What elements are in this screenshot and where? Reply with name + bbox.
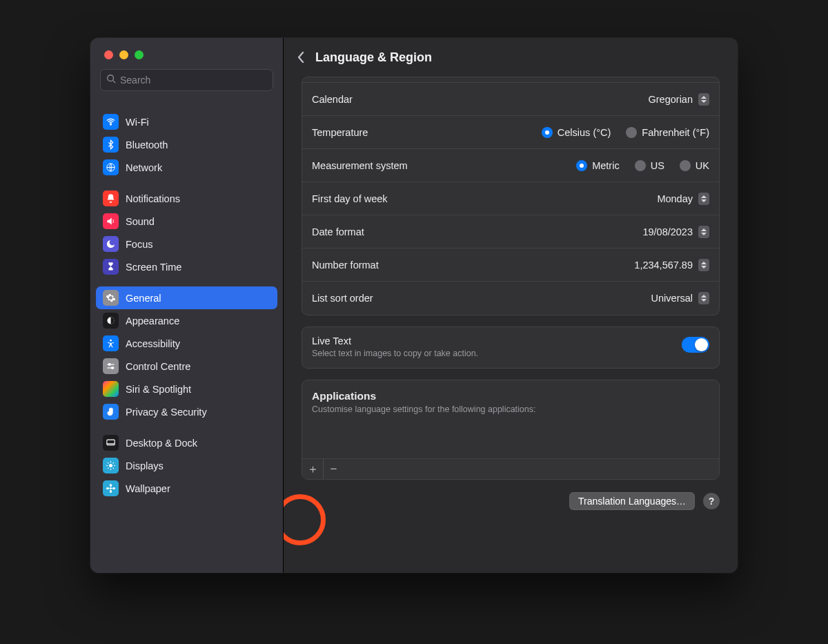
live-text-subtitle: Select text in images to copy or take ac… xyxy=(312,349,478,358)
applications-subtitle: Customise language settings for the foll… xyxy=(312,404,709,414)
svg-point-23 xyxy=(110,490,112,493)
svg-point-7 xyxy=(108,364,110,366)
sidebar-item-label: Siri & Spotlight xyxy=(126,384,191,395)
updown-icon xyxy=(698,226,709,238)
temperature-celsius-radio[interactable]: Celsius (°C) xyxy=(542,127,611,138)
svg-point-21 xyxy=(110,487,112,489)
first-day-label: First day of week xyxy=(312,193,388,204)
window-controls xyxy=(90,38,283,69)
sidebar-item-screen-time[interactable]: Screen Time xyxy=(96,255,277,278)
sidebar-item-wifi[interactable]: Wi-Fi xyxy=(96,110,277,133)
add-application-button[interactable]: ＋ xyxy=(302,459,323,480)
temperature-label: Temperature xyxy=(312,127,368,138)
live-text-toggle[interactable] xyxy=(682,337,709,353)
sliders-icon xyxy=(103,358,119,374)
bell-icon xyxy=(103,191,119,206)
sidebar-item-label: Focus xyxy=(126,239,153,250)
sidebar-item-label: Sound xyxy=(126,216,155,227)
updown-icon xyxy=(698,259,709,271)
radio-on-icon xyxy=(576,160,587,171)
search-icon xyxy=(106,74,116,86)
minimize-window-button[interactable] xyxy=(119,50,128,59)
sidebar-item-label: General xyxy=(126,293,161,304)
number-format-label: Number format xyxy=(312,260,379,271)
measurement-label: Measurement system xyxy=(312,160,408,171)
svg-point-9 xyxy=(112,367,114,369)
sidebar-item-label: Control Centre xyxy=(126,361,190,372)
number-format-value: 1,234,567.89 xyxy=(634,260,693,271)
sidebar-item-desktop-dock[interactable]: Desktop & Dock xyxy=(96,431,277,454)
date-format-value: 19/08/2023 xyxy=(642,226,693,237)
sidebar-item-network[interactable]: Network xyxy=(96,156,277,179)
sidebar-item-bluetooth[interactable]: Bluetooth xyxy=(96,133,277,156)
updown-icon xyxy=(698,93,709,106)
radio-label: Fahrenheit (°F) xyxy=(642,127,709,138)
svg-point-12 xyxy=(109,464,112,467)
sidebar-item-appearance[interactable]: Appearance xyxy=(96,309,277,332)
date-format-label: Date format xyxy=(312,226,364,237)
main-pane: Language & Region Region United States C… xyxy=(284,38,738,573)
close-window-button[interactable] xyxy=(104,50,113,59)
svg-line-18 xyxy=(113,468,114,469)
sidebar-item-sound[interactable]: Sound xyxy=(96,210,277,233)
list-sort-value: Universal xyxy=(651,293,693,304)
svg-point-2 xyxy=(110,124,112,125)
sidebar-item-focus[interactable]: Focus xyxy=(96,233,277,255)
back-button[interactable] xyxy=(296,50,306,64)
sidebar-item-accessibility[interactable]: Accessibility xyxy=(96,332,277,355)
sidebar-search[interactable] xyxy=(100,69,273,91)
list-sort-label: List sort order xyxy=(312,293,373,304)
remove-application-button[interactable]: − xyxy=(323,459,344,480)
sidebar-item-label: Screen Time xyxy=(126,262,181,273)
wifi-icon xyxy=(103,114,119,130)
radio-label: Celsius (°C) xyxy=(558,127,611,138)
radio-off-icon xyxy=(626,127,637,138)
calendar-row[interactable]: Calendar Gregorian xyxy=(302,83,719,116)
calendar-value: Gregorian xyxy=(649,94,693,105)
hand-icon xyxy=(103,404,119,420)
sidebar-nav: Wi-Fi Bluetooth Network Notifications xyxy=(90,99,283,570)
sidebar: Wi-Fi Bluetooth Network Notifications xyxy=(90,38,284,573)
svg-point-25 xyxy=(112,487,115,489)
radio-off-icon xyxy=(680,160,691,171)
accessibility-icon xyxy=(103,335,119,351)
date-format-row[interactable]: Date format 19/08/2023 xyxy=(302,215,719,248)
translation-languages-button[interactable]: Translation Languages… xyxy=(569,492,695,510)
appearance-icon xyxy=(103,313,119,329)
sidebar-item-label: Accessibility xyxy=(126,338,180,349)
list-sort-row[interactable]: List sort order Universal xyxy=(302,282,719,315)
sidebar-item-wallpaper[interactable]: Wallpaper xyxy=(96,477,277,500)
measurement-us-radio[interactable]: US xyxy=(635,160,664,171)
sidebar-item-control-centre[interactable]: Control Centre xyxy=(96,355,277,378)
measurement-uk-radio[interactable]: UK xyxy=(680,160,709,171)
sidebar-item-siri-spotlight[interactable]: Siri & Spotlight xyxy=(96,378,277,400)
first-day-value: Monday xyxy=(657,193,693,204)
sidebar-item-label: Privacy & Security xyxy=(126,407,207,418)
sidebar-item-notifications[interactable]: Notifications xyxy=(96,187,277,210)
svg-point-0 xyxy=(108,75,114,81)
bluetooth-icon xyxy=(103,137,119,153)
sidebar-item-displays[interactable]: Displays xyxy=(96,454,277,477)
footer-row: Translation Languages… ? xyxy=(302,491,720,510)
zoom-window-button[interactable] xyxy=(135,50,144,59)
titlebar: Language & Region xyxy=(284,38,738,77)
measurement-row: Measurement system Metric US UK xyxy=(302,149,719,182)
region-row[interactable]: Region United States xyxy=(302,77,719,83)
applications-list xyxy=(302,420,719,458)
measurement-metric-radio[interactable]: Metric xyxy=(576,160,619,171)
svg-point-22 xyxy=(110,484,112,487)
speaker-icon xyxy=(103,213,119,229)
updown-icon xyxy=(698,193,709,205)
sidebar-item-label: Appearance xyxy=(126,315,179,326)
system-settings-window: Wi-Fi Bluetooth Network Notifications xyxy=(90,38,738,573)
temperature-fahrenheit-radio[interactable]: Fahrenheit (°F) xyxy=(626,127,709,138)
number-format-row[interactable]: Number format 1,234,567.89 xyxy=(302,248,719,282)
sun-icon xyxy=(103,458,119,474)
search-input[interactable] xyxy=(120,75,267,86)
help-button[interactable]: ? xyxy=(703,493,720,509)
svg-line-1 xyxy=(113,81,116,84)
sidebar-item-privacy-security[interactable]: Privacy & Security xyxy=(96,400,277,423)
first-day-row[interactable]: First day of week Monday xyxy=(302,182,719,215)
page-title: Language & Region xyxy=(315,50,432,65)
sidebar-item-general[interactable]: General xyxy=(96,286,277,309)
